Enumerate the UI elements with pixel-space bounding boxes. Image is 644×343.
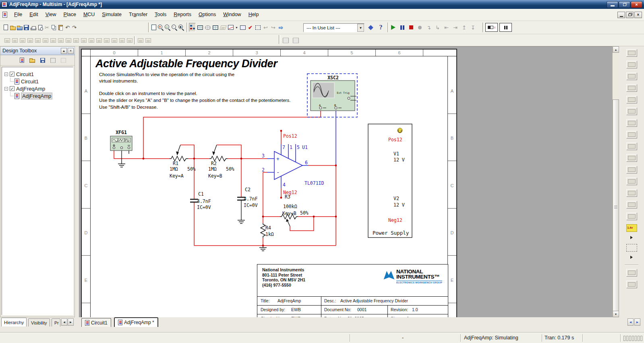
save-icon[interactable]: [23, 23, 30, 32]
electrical-rules-check-icon[interactable]: ✔: [247, 23, 254, 32]
measurement-probe-icon[interactable]: 1.4v: [626, 224, 637, 232]
schematic-canvas[interactable]: 0 1 2 3 4 5 6 A B C D E A B C D E: [79, 46, 612, 317]
oscilloscope-icon[interactable]: [626, 84, 637, 92]
tektronix-oscilloscope-icon[interactable]: [626, 213, 637, 220]
checkbox-icon[interactable]: ✓: [10, 86, 14, 91]
instrument-xfg1[interactable]: XFG1: [110, 130, 132, 151]
save-design-icon[interactable]: [40, 58, 45, 63]
restore-button[interactable]: [619, 1, 630, 8]
menu-window[interactable]: Window: [219, 9, 244, 21]
instrument-xsc2[interactable]: Ext Trig A B XSC2: [307, 74, 357, 117]
place-indicator-icon[interactable]: [72, 36, 80, 45]
place-misc-icon[interactable]: [87, 36, 95, 45]
back-annotate-icon[interactable]: ↩: [262, 23, 269, 32]
step-into-icon[interactable]: ↴: [425, 23, 432, 32]
document-tab-adjfreqamp[interactable]: AdjFreqAmp *: [114, 317, 158, 327]
breadboard-view-icon[interactable]: [219, 23, 226, 32]
spreadsheet-view-icon[interactable]: [197, 23, 203, 32]
remove-breakpoint-icon[interactable]: ↧: [470, 23, 476, 32]
agilent-function-generator-icon[interactable]: [626, 201, 637, 209]
rename-page-icon[interactable]: [50, 58, 56, 63]
component-wizard-icon[interactable]: [367, 23, 374, 32]
zoom-out-icon[interactable]: −: [164, 23, 171, 32]
scroll-down-icon[interactable]: ▼: [613, 311, 619, 317]
place-electromechanical-icon[interactable]: [110, 36, 118, 45]
menu-view[interactable]: View: [42, 9, 60, 21]
toolbox-tab-scroll-right-icon[interactable]: ►: [68, 318, 74, 326]
menu-place[interactable]: Place: [60, 9, 80, 21]
tree-item-adjfreqamp-page[interactable]: AdjFreqAmp: [2, 92, 73, 99]
step-out-icon[interactable]: ⇤: [443, 23, 450, 32]
distortion-analyzer-icon[interactable]: [626, 178, 637, 185]
tree-label-selected[interactable]: AdjFreqAmp: [21, 93, 52, 99]
wires-blue[interactable]: [267, 110, 336, 188]
capture-area-icon[interactable]: [255, 23, 261, 32]
create-component-icon[interactable]: [212, 23, 219, 32]
run-to-cursor-icon[interactable]: ⇥: [452, 23, 459, 32]
toolbox-tab-visibility[interactable]: Visibility: [28, 318, 50, 326]
probe-menu-arrow-icon[interactable]: [630, 236, 633, 239]
place-rf-icon[interactable]: [103, 36, 110, 45]
database-manager-icon[interactable]: [204, 23, 211, 32]
function-generator-icon[interactable]: [626, 61, 637, 68]
grapher-menu-icon[interactable]: ▼: [235, 23, 238, 31]
menu-tools[interactable]: Tools: [151, 9, 170, 21]
tree-label[interactable]: Circuit1: [21, 79, 39, 85]
place-mcu-icon[interactable]: [126, 36, 133, 45]
labview-instruments-icon[interactable]: [626, 244, 637, 252]
place-hierarchical-block-icon[interactable]: [137, 36, 144, 45]
toolbox-tab-hierarchy[interactable]: Hierarchy: [1, 318, 27, 326]
expander-icon[interactable]: −: [4, 87, 8, 91]
four-channel-oscilloscope-icon[interactable]: [626, 96, 637, 103]
postprocessor-icon[interactable]: [239, 23, 246, 32]
wires-red[interactable]: [114, 110, 386, 246]
in-use-list-dropdown[interactable]: --- In Use List --- ▼: [303, 23, 364, 32]
scroll-up-icon[interactable]: ▲: [613, 46, 619, 53]
edit-description-icon[interactable]: [292, 36, 300, 45]
xsc2-ref-label[interactable]: XSC2: [327, 75, 339, 81]
menu-edit[interactable]: Edit: [26, 9, 42, 21]
tree-item-circuit1-root[interactable]: − ✓ Circuit1: [2, 70, 73, 78]
place-cmos-icon[interactable]: [49, 36, 57, 45]
menu-file[interactable]: File: [10, 9, 26, 21]
place-basic-icon[interactable]: [11, 36, 19, 45]
place-transistor-icon[interactable]: [26, 36, 34, 45]
place-advanced-peripherals-icon[interactable]: [95, 36, 103, 45]
place-mixed-icon[interactable]: [64, 36, 72, 45]
open-design-icon[interactable]: [29, 59, 35, 63]
power-supply-block[interactable]: Pos12 V1 12 V V2 12 V Neg12 Power Supply: [368, 124, 412, 238]
menu-reports[interactable]: Reports: [170, 9, 195, 21]
doc-tab-scroll-right-icon[interactable]: ►: [634, 318, 640, 326]
in-use-list-arrow-icon[interactable]: ▼: [357, 24, 364, 32]
expander-icon[interactable]: −: [4, 72, 8, 76]
cut-icon[interactable]: ✂: [43, 23, 50, 32]
breakpoint-icon[interactable]: ↥: [461, 23, 468, 32]
place-ni-component-icon[interactable]: [118, 36, 126, 45]
pause-switch-icon[interactable]: [499, 23, 512, 32]
multimeter-icon[interactable]: [626, 49, 637, 57]
mdi-close-button[interactable]: ×: [634, 12, 642, 18]
redo-icon[interactable]: ↷: [71, 23, 78, 32]
pause-icon[interactable]: [399, 23, 406, 32]
ni-elvis-icon[interactable]: [626, 281, 637, 288]
logic-converter-icon[interactable]: [626, 154, 637, 162]
zoom-area-icon[interactable]: ▫: [171, 23, 178, 32]
print-preview-icon[interactable]: [37, 23, 43, 32]
word-generator-icon[interactable]: [626, 131, 637, 138]
frequency-counter-icon[interactable]: [626, 119, 637, 127]
print-icon[interactable]: [30, 23, 37, 32]
place-diode-icon[interactable]: [19, 36, 26, 45]
mdi-minimize-button[interactable]: [617, 12, 625, 18]
export-to-pcb-icon[interactable]: ⇨: [277, 23, 284, 32]
tree-item-circuit1-page[interactable]: Circuit1: [2, 78, 73, 85]
place-bus-icon[interactable]: [144, 36, 152, 45]
step-over-icon[interactable]: ↳: [434, 23, 441, 32]
help-icon[interactable]: ?: [377, 23, 384, 32]
paste-icon[interactable]: [57, 23, 64, 32]
menu-help[interactable]: Help: [245, 9, 263, 21]
place-source-icon[interactable]: [3, 36, 11, 45]
menu-transfer[interactable]: Transfer: [125, 9, 151, 21]
description-box-icon[interactable]: [282, 36, 290, 45]
menu-simulate[interactable]: Simulate: [98, 9, 125, 21]
zoom-in-icon[interactable]: +: [157, 23, 164, 32]
